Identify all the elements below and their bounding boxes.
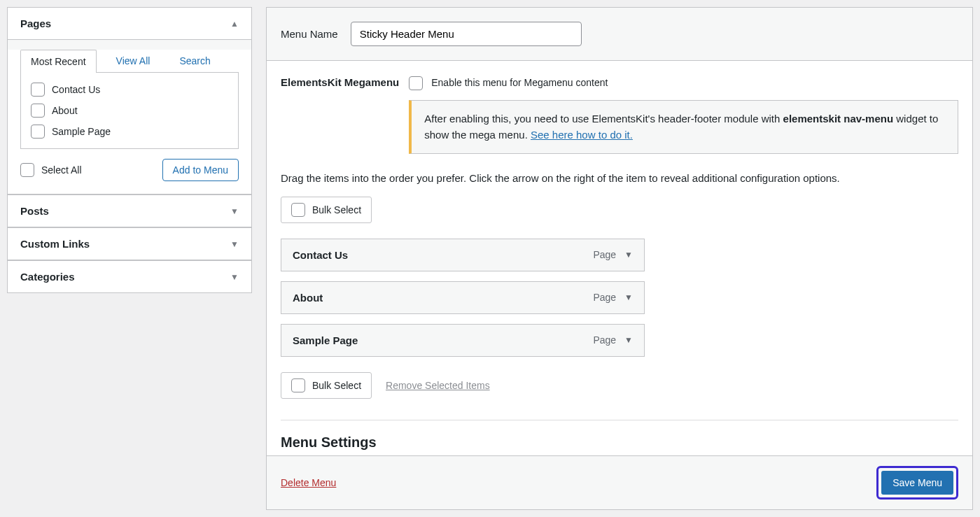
- tab-view-all[interactable]: View All: [106, 50, 160, 73]
- menu-name-input[interactable]: [351, 22, 582, 46]
- checkbox[interactable]: [31, 104, 45, 118]
- accordion-pages-body: Most Recent View All Search Contact Us A…: [8, 50, 251, 194]
- add-items-sidebar: Pages ▲ Most Recent View All Search Cont…: [7, 7, 252, 293]
- menu-item-type: Page: [593, 249, 616, 260]
- caret-down-icon: ▼: [230, 206, 239, 216]
- menu-item[interactable]: About Page ▼: [281, 281, 645, 314]
- checkbox[interactable]: [291, 203, 305, 217]
- notice-bold: elementskit nav-menu: [783, 113, 894, 125]
- accordion-posts-header[interactable]: Posts ▼: [8, 194, 251, 227]
- page-item-contact-us: Contact Us: [31, 83, 228, 97]
- notice-link[interactable]: See here how to do it.: [531, 129, 633, 141]
- caret-down-icon: ▼: [230, 272, 239, 282]
- accordion-pages-header[interactable]: Pages ▲: [8, 8, 251, 40]
- page-item-label: Sample Page: [52, 126, 111, 137]
- page-item-sample-page: Sample Page: [31, 125, 228, 139]
- menu-items-list: Contact Us Page ▼ About Page ▼ Sample Pa…: [281, 239, 958, 357]
- elementskit-row: ElementsKit Megamenu Enable this menu fo…: [281, 75, 958, 154]
- bulk-select-top[interactable]: Bulk Select: [281, 197, 372, 223]
- menu-editor-footer: Delete Menu Save Menu: [267, 455, 972, 509]
- menu-editor: Menu Name ElementsKit Megamenu Enable th…: [266, 7, 973, 510]
- elementskit-label: ElementsKit Megamenu: [281, 75, 399, 88]
- pages-actions-row: Select All Add to Menu: [20, 159, 239, 181]
- drag-instructions: Drag the items into the order you prefer…: [281, 172, 958, 184]
- menu-item-title: About: [293, 292, 323, 304]
- select-all[interactable]: Select All: [20, 163, 82, 177]
- divider: [281, 420, 958, 420]
- select-all-label: Select All: [41, 164, 82, 176]
- menu-item[interactable]: Sample Page Page ▼: [281, 324, 645, 357]
- tab-most-recent[interactable]: Most Recent: [20, 50, 97, 73]
- menu-item-meta: Page ▼: [593, 292, 633, 303]
- caret-down-icon[interactable]: ▼: [624, 250, 633, 260]
- megamenu-enable-label: Enable this menu for Megamenu content: [431, 77, 608, 88]
- page-item-label: Contact Us: [52, 84, 100, 95]
- caret-down-icon: ▼: [230, 239, 239, 249]
- megamenu-notice: After enabling this, you need to use Ele…: [409, 100, 958, 154]
- accordion-title: Categories: [20, 271, 75, 283]
- menu-item[interactable]: Contact Us Page ▼: [281, 239, 645, 271]
- accordion-pages-title: Pages: [20, 17, 51, 29]
- checkbox[interactable]: [31, 125, 45, 139]
- menu-settings-heading: Menu Settings: [281, 434, 958, 451]
- pages-list: Contact Us About Sample Page: [20, 72, 239, 149]
- save-menu-highlight: Save Menu: [876, 466, 958, 500]
- accordion-title: Posts: [20, 205, 49, 217]
- caret-up-icon: ▲: [230, 19, 239, 29]
- tab-search[interactable]: Search: [169, 50, 220, 73]
- pages-tabs: Most Recent View All Search: [20, 50, 239, 73]
- delete-menu-link[interactable]: Delete Menu: [281, 477, 336, 488]
- caret-down-icon[interactable]: ▼: [624, 335, 633, 345]
- menu-item-type: Page: [593, 292, 616, 303]
- accordion-title: Custom Links: [20, 238, 90, 250]
- menu-name-row: Menu Name: [267, 8, 972, 61]
- menu-editor-content: ElementsKit Megamenu Enable this menu fo…: [267, 61, 972, 455]
- bulk-select-label: Bulk Select: [312, 204, 361, 215]
- checkbox[interactable]: [291, 378, 305, 392]
- accordion-categories-header[interactable]: Categories ▼: [8, 260, 251, 292]
- menu-item-meta: Page ▼: [593, 249, 633, 260]
- bulk-select-label: Bulk Select: [312, 380, 361, 391]
- checkbox[interactable]: [20, 163, 34, 177]
- save-menu-button[interactable]: Save Menu: [881, 471, 953, 495]
- page-item-label: About: [52, 105, 78, 116]
- menu-name-label: Menu Name: [281, 28, 338, 40]
- bulk-select-bottom[interactable]: Bulk Select: [281, 372, 372, 399]
- accordion-custom-links-header[interactable]: Custom Links ▼: [8, 227, 251, 260]
- megamenu-enable-checkbox[interactable]: [409, 76, 423, 90]
- remove-selected-link[interactable]: Remove Selected Items: [386, 380, 490, 391]
- caret-down-icon[interactable]: ▼: [624, 292, 633, 302]
- menu-item-title: Sample Page: [293, 334, 358, 346]
- menu-item-type: Page: [593, 334, 616, 346]
- page-item-about: About: [31, 104, 228, 118]
- notice-text: After enabling this, you need to use Ele…: [424, 113, 783, 125]
- checkbox[interactable]: [31, 83, 45, 97]
- menu-item-meta: Page ▼: [593, 334, 633, 346]
- bulk-row-bottom: Bulk Select Remove Selected Items: [281, 372, 958, 399]
- add-to-menu-button[interactable]: Add to Menu: [162, 159, 239, 181]
- menu-item-title: Contact Us: [293, 249, 348, 261]
